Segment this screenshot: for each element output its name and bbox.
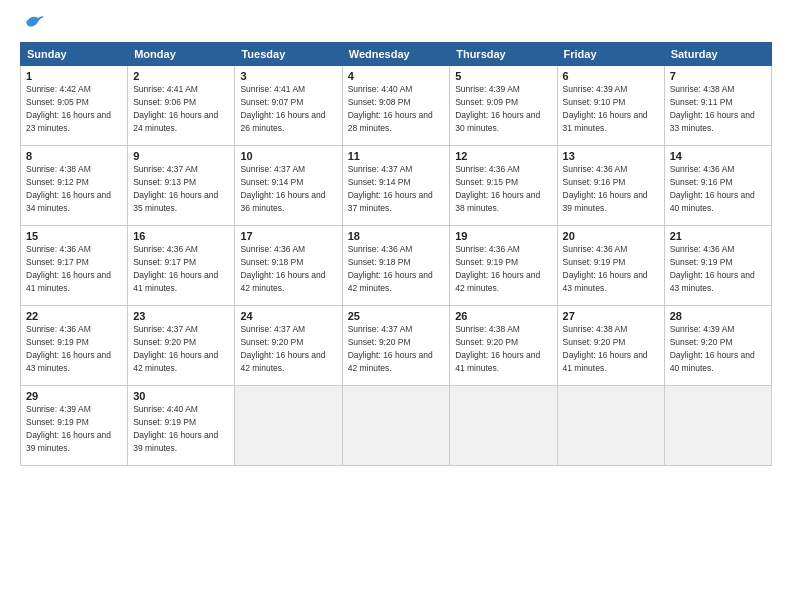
day-number: 20 <box>563 230 659 242</box>
day-info: Sunrise: 4:41 AMSunset: 9:07 PMDaylight:… <box>240 84 325 133</box>
calendar-cell: 23Sunrise: 4:37 AMSunset: 9:20 PMDayligh… <box>128 306 235 386</box>
day-info: Sunrise: 4:37 AMSunset: 9:20 PMDaylight:… <box>348 324 433 373</box>
calendar-header-wednesday: Wednesday <box>342 43 450 66</box>
day-number: 5 <box>455 70 551 82</box>
day-info: Sunrise: 4:36 AMSunset: 9:19 PMDaylight:… <box>563 244 648 293</box>
day-info: Sunrise: 4:37 AMSunset: 9:20 PMDaylight:… <box>133 324 218 373</box>
calendar-cell: 19Sunrise: 4:36 AMSunset: 9:19 PMDayligh… <box>450 226 557 306</box>
day-info: Sunrise: 4:36 AMSunset: 9:18 PMDaylight:… <box>348 244 433 293</box>
day-info: Sunrise: 4:40 AMSunset: 9:08 PMDaylight:… <box>348 84 433 133</box>
calendar-header-friday: Friday <box>557 43 664 66</box>
day-info: Sunrise: 4:42 AMSunset: 9:05 PMDaylight:… <box>26 84 111 133</box>
day-info: Sunrise: 4:36 AMSunset: 9:17 PMDaylight:… <box>26 244 111 293</box>
calendar-cell: 25Sunrise: 4:37 AMSunset: 9:20 PMDayligh… <box>342 306 450 386</box>
calendar-week-0: 1Sunrise: 4:42 AMSunset: 9:05 PMDaylight… <box>21 66 772 146</box>
day-number: 1 <box>26 70 122 82</box>
day-number: 28 <box>670 310 766 322</box>
day-info: Sunrise: 4:37 AMSunset: 9:13 PMDaylight:… <box>133 164 218 213</box>
calendar-cell: 9Sunrise: 4:37 AMSunset: 9:13 PMDaylight… <box>128 146 235 226</box>
calendar-cell <box>450 386 557 466</box>
page: SundayMondayTuesdayWednesdayThursdayFrid… <box>0 0 792 612</box>
day-number: 17 <box>240 230 336 242</box>
logo-bird-icon <box>24 12 46 32</box>
calendar-cell: 24Sunrise: 4:37 AMSunset: 9:20 PMDayligh… <box>235 306 342 386</box>
calendar-cell: 6Sunrise: 4:39 AMSunset: 9:10 PMDaylight… <box>557 66 664 146</box>
day-number: 26 <box>455 310 551 322</box>
calendar-cell: 13Sunrise: 4:36 AMSunset: 9:16 PMDayligh… <box>557 146 664 226</box>
day-info: Sunrise: 4:39 AMSunset: 9:20 PMDaylight:… <box>670 324 755 373</box>
day-number: 6 <box>563 70 659 82</box>
day-number: 23 <box>133 310 229 322</box>
day-number: 21 <box>670 230 766 242</box>
calendar-cell: 2Sunrise: 4:41 AMSunset: 9:06 PMDaylight… <box>128 66 235 146</box>
day-info: Sunrise: 4:36 AMSunset: 9:16 PMDaylight:… <box>670 164 755 213</box>
calendar-cell: 11Sunrise: 4:37 AMSunset: 9:14 PMDayligh… <box>342 146 450 226</box>
day-number: 9 <box>133 150 229 162</box>
day-number: 2 <box>133 70 229 82</box>
day-number: 4 <box>348 70 445 82</box>
day-info: Sunrise: 4:39 AMSunset: 9:19 PMDaylight:… <box>26 404 111 453</box>
day-number: 13 <box>563 150 659 162</box>
day-info: Sunrise: 4:36 AMSunset: 9:19 PMDaylight:… <box>26 324 111 373</box>
day-info: Sunrise: 4:39 AMSunset: 9:09 PMDaylight:… <box>455 84 540 133</box>
day-number: 8 <box>26 150 122 162</box>
day-number: 15 <box>26 230 122 242</box>
day-info: Sunrise: 4:38 AMSunset: 9:11 PMDaylight:… <box>670 84 755 133</box>
calendar-cell: 3Sunrise: 4:41 AMSunset: 9:07 PMDaylight… <box>235 66 342 146</box>
calendar-cell: 14Sunrise: 4:36 AMSunset: 9:16 PMDayligh… <box>664 146 771 226</box>
calendar-week-2: 15Sunrise: 4:36 AMSunset: 9:17 PMDayligh… <box>21 226 772 306</box>
calendar-cell: 16Sunrise: 4:36 AMSunset: 9:17 PMDayligh… <box>128 226 235 306</box>
header <box>20 16 772 32</box>
logo <box>20 16 46 32</box>
calendar-cell: 5Sunrise: 4:39 AMSunset: 9:09 PMDaylight… <box>450 66 557 146</box>
calendar-cell <box>342 386 450 466</box>
calendar-header-saturday: Saturday <box>664 43 771 66</box>
day-number: 27 <box>563 310 659 322</box>
day-info: Sunrise: 4:37 AMSunset: 9:20 PMDaylight:… <box>240 324 325 373</box>
day-info: Sunrise: 4:36 AMSunset: 9:15 PMDaylight:… <box>455 164 540 213</box>
day-number: 18 <box>348 230 445 242</box>
day-number: 29 <box>26 390 122 402</box>
calendar-header-thursday: Thursday <box>450 43 557 66</box>
calendar-cell: 27Sunrise: 4:38 AMSunset: 9:20 PMDayligh… <box>557 306 664 386</box>
day-info: Sunrise: 4:41 AMSunset: 9:06 PMDaylight:… <box>133 84 218 133</box>
day-number: 30 <box>133 390 229 402</box>
calendar-header-row: SundayMondayTuesdayWednesdayThursdayFrid… <box>21 43 772 66</box>
day-info: Sunrise: 4:36 AMSunset: 9:19 PMDaylight:… <box>455 244 540 293</box>
calendar-cell: 18Sunrise: 4:36 AMSunset: 9:18 PMDayligh… <box>342 226 450 306</box>
calendar-cell: 17Sunrise: 4:36 AMSunset: 9:18 PMDayligh… <box>235 226 342 306</box>
calendar-cell: 10Sunrise: 4:37 AMSunset: 9:14 PMDayligh… <box>235 146 342 226</box>
calendar-cell: 12Sunrise: 4:36 AMSunset: 9:15 PMDayligh… <box>450 146 557 226</box>
calendar-header-sunday: Sunday <box>21 43 128 66</box>
calendar-cell: 1Sunrise: 4:42 AMSunset: 9:05 PMDaylight… <box>21 66 128 146</box>
day-info: Sunrise: 4:38 AMSunset: 9:12 PMDaylight:… <box>26 164 111 213</box>
calendar-cell: 29Sunrise: 4:39 AMSunset: 9:19 PMDayligh… <box>21 386 128 466</box>
calendar-cell: 22Sunrise: 4:36 AMSunset: 9:19 PMDayligh… <box>21 306 128 386</box>
day-number: 3 <box>240 70 336 82</box>
day-info: Sunrise: 4:37 AMSunset: 9:14 PMDaylight:… <box>240 164 325 213</box>
calendar-header-monday: Monday <box>128 43 235 66</box>
day-number: 14 <box>670 150 766 162</box>
day-info: Sunrise: 4:38 AMSunset: 9:20 PMDaylight:… <box>455 324 540 373</box>
calendar-cell: 7Sunrise: 4:38 AMSunset: 9:11 PMDaylight… <box>664 66 771 146</box>
day-info: Sunrise: 4:36 AMSunset: 9:19 PMDaylight:… <box>670 244 755 293</box>
day-info: Sunrise: 4:39 AMSunset: 9:10 PMDaylight:… <box>563 84 648 133</box>
day-number: 22 <box>26 310 122 322</box>
calendar-cell <box>557 386 664 466</box>
day-number: 25 <box>348 310 445 322</box>
calendar-cell: 20Sunrise: 4:36 AMSunset: 9:19 PMDayligh… <box>557 226 664 306</box>
calendar-week-4: 29Sunrise: 4:39 AMSunset: 9:19 PMDayligh… <box>21 386 772 466</box>
day-number: 10 <box>240 150 336 162</box>
day-number: 12 <box>455 150 551 162</box>
day-info: Sunrise: 4:36 AMSunset: 9:17 PMDaylight:… <box>133 244 218 293</box>
day-number: 24 <box>240 310 336 322</box>
day-info: Sunrise: 4:36 AMSunset: 9:18 PMDaylight:… <box>240 244 325 293</box>
calendar-cell <box>235 386 342 466</box>
calendar-cell <box>664 386 771 466</box>
calendar-cell: 21Sunrise: 4:36 AMSunset: 9:19 PMDayligh… <box>664 226 771 306</box>
calendar-cell: 15Sunrise: 4:36 AMSunset: 9:17 PMDayligh… <box>21 226 128 306</box>
day-number: 19 <box>455 230 551 242</box>
day-info: Sunrise: 4:40 AMSunset: 9:19 PMDaylight:… <box>133 404 218 453</box>
calendar-cell: 28Sunrise: 4:39 AMSunset: 9:20 PMDayligh… <box>664 306 771 386</box>
calendar-week-3: 22Sunrise: 4:36 AMSunset: 9:19 PMDayligh… <box>21 306 772 386</box>
